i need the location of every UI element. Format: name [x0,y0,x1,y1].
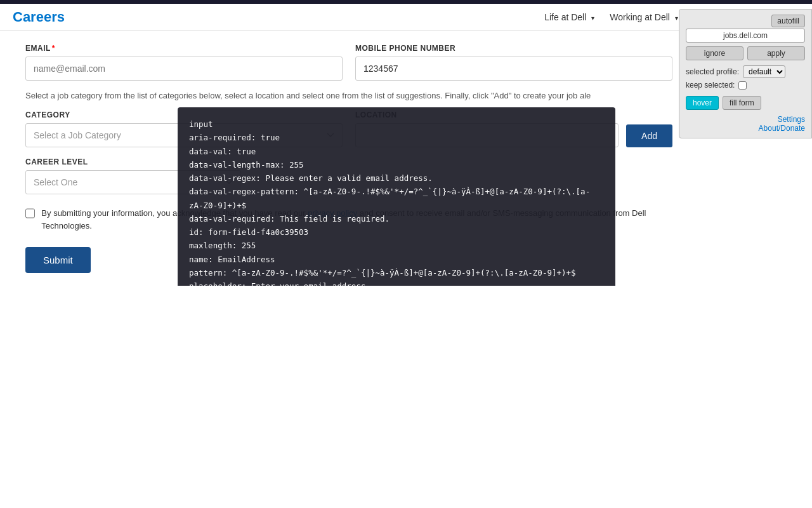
hover-fill-row: hover fill form [686,96,805,110]
chevron-down-icon: ▾ [591,15,594,22]
fill-form-button[interactable]: fill form [723,96,761,110]
tooltip-line-11: placeholder: Enter your email address [189,279,604,286]
keep-selected-label: keep selected: [686,81,735,90]
tooltip-line-7: id: form-field-f4a0c39503 [189,225,604,239]
about-donate-link[interactable]: About/Donate [759,124,805,133]
nav-working-at-dell[interactable]: Working at Dell ▾ [610,12,678,22]
autofill-domain: jobs.dell.com [686,29,805,43]
settings-link[interactable]: Settings [778,115,805,124]
profile-select[interactable]: default [743,65,785,78]
main-content: EMAIL* MOBILE PHONE NUMBER Select a job … [0,31,698,286]
tooltip-line-9: name: EmailAddress [189,253,604,266]
profile-row: selected profile: default [686,65,805,78]
brand-logo[interactable]: Careers [13,9,65,25]
info-text: Select a job category from the list of c… [25,91,672,100]
tooltip-line-6: data-val-required: This field is require… [189,212,604,225]
consent-checkbox[interactable] [25,208,35,218]
tooltip-line-3: data-val-length-max: 255 [189,158,604,171]
email-col: EMAIL* [25,44,343,81]
chevron-down-icon: ▾ [675,15,678,22]
profile-label: selected profile: [686,67,739,76]
tooltip-line-0: input [189,117,604,131]
email-input[interactable] [25,57,343,81]
phone-input[interactable] [355,57,672,81]
email-label: EMAIL* [25,44,343,53]
autofill-button[interactable]: autofill [771,15,805,27]
hover-button[interactable]: hover [686,96,719,110]
add-button[interactable]: Add [626,124,672,147]
apply-button[interactable]: apply [747,46,805,60]
tooltip-line-5: data-val-regex-pattern: ^[a-zA-Z0-9-.!#$… [189,185,604,212]
ignore-button[interactable]: ignore [686,46,743,60]
autofill-links: Settings About/Donate [686,115,805,133]
keep-selected-row: keep selected: [686,81,805,90]
tooltip-line-1: aria-required: true [189,131,604,144]
nav-life-at-dell[interactable]: Life at Dell ▾ [544,12,594,22]
phone-col: MOBILE PHONE NUMBER [355,44,672,81]
phone-label: MOBILE PHONE NUMBER [355,44,672,53]
tooltip-line-4: data-val-regex: Please enter a valid ema… [189,171,604,185]
ignore-apply-row: ignore apply [686,46,805,60]
email-phone-row: EMAIL* MOBILE PHONE NUMBER [25,44,672,81]
tooltip-line-8: maxlength: 255 [189,239,604,252]
keep-selected-checkbox[interactable] [738,81,747,90]
tooltip-popup: input aria-required: true data-val: true… [178,107,615,286]
required-indicator: * [52,44,55,53]
tooltip-line-2: data-val: true [189,145,604,158]
autofill-panel: autofill jobs.dell.com ignore apply sele… [679,9,812,138]
submit-button[interactable]: Submit [25,247,91,273]
tooltip-line-10: pattern: ^[a-zA-Z0-9-.!#$%&'*+/=?^_`{|}~… [189,266,604,279]
